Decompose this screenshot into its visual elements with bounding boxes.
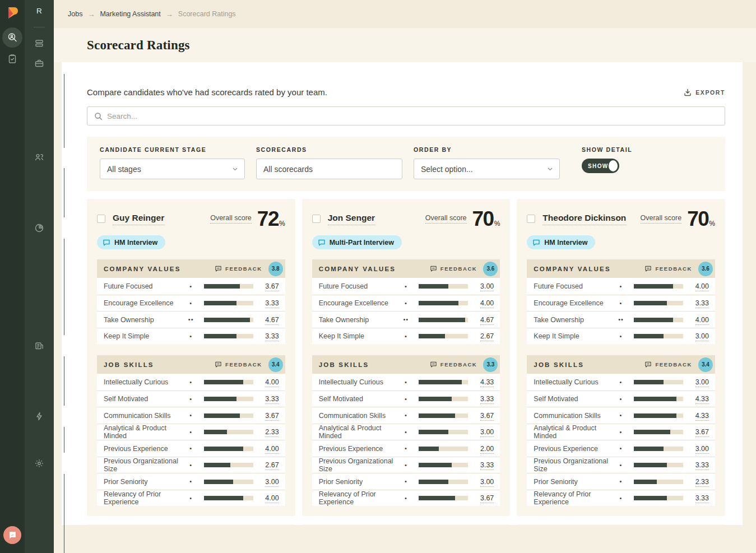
- rating-bar-fill: [419, 413, 455, 418]
- stage-filter-label: CANDIDATE CURRENT STAGE: [100, 146, 245, 153]
- rating-row: Take Ownership •• 4.67: [97, 311, 285, 328]
- rating-row: Self Motivated • 4.33: [527, 391, 715, 407]
- company-building-icon: [34, 341, 44, 351]
- rating-bar: [204, 413, 253, 418]
- feedback-button[interactable]: FEEDBACK: [215, 361, 262, 368]
- section-title: JOB SKILLS: [104, 361, 154, 368]
- toggle-knob: [609, 160, 618, 171]
- stage-select[interactable]: All stages: [100, 159, 245, 179]
- rating-row: Relevancy of Prior Experience • 4.00: [97, 490, 285, 506]
- rater-dots: •: [186, 445, 196, 452]
- workspace-initial[interactable]: R: [25, 7, 54, 15]
- rating-row: Previous Organizational Size • 3.33: [312, 457, 500, 473]
- overall-score-value: 70%: [687, 210, 715, 227]
- reports-nav[interactable]: [34, 223, 44, 233]
- rater-dots: •: [616, 445, 626, 452]
- interview-badge[interactable]: HM Interview: [97, 235, 165, 249]
- rating-row: Intellectually Curious • 3.00: [527, 374, 715, 391]
- rater-dots: •: [186, 478, 196, 485]
- rating-bar-fill: [204, 380, 243, 384]
- rating-bar: [634, 380, 683, 384]
- candidate-name[interactable]: Theodore Dickinson: [542, 213, 626, 225]
- download-icon: [684, 89, 692, 96]
- feedback-button[interactable]: FEEDBACK: [644, 265, 692, 272]
- rater-dots: •: [616, 412, 626, 419]
- rating-value: 2.00: [475, 445, 494, 453]
- candidate-checkbox[interactable]: [527, 215, 535, 223]
- rating-label: Intellectually Curious: [534, 378, 616, 386]
- search-input[interactable]: [107, 112, 718, 120]
- rating-row: Encourage Excellence • 4.00: [312, 295, 500, 312]
- tasks-nav[interactable]: [2, 49, 22, 69]
- pipeline-nav[interactable]: [34, 38, 44, 48]
- rating-bar-fill: [419, 380, 461, 384]
- rating-row: Keep It Simple • 3.33: [97, 328, 285, 345]
- breadcrumb-job-name[interactable]: Marketing Assistant: [100, 10, 160, 18]
- candidate-checkbox[interactable]: [312, 215, 321, 223]
- rating-bar: [634, 413, 683, 418]
- candidate-name[interactable]: Guy Reinger: [113, 213, 164, 225]
- scorecard-section: COMPANY VALUES FEEDBACK 3.6 Future Focus…: [312, 259, 500, 344]
- candidates-nav[interactable]: [34, 152, 44, 162]
- candidate-search-nav[interactable]: [2, 27, 22, 48]
- rater-dots: ••: [401, 317, 411, 323]
- chat-launcher-button[interactable]: [3, 526, 21, 544]
- automations-nav[interactable]: [34, 411, 44, 421]
- scorecards-select[interactable]: All scorecards: [256, 159, 402, 179]
- section-score-badge: 3.4: [268, 357, 283, 372]
- rating-bar-fill: [634, 284, 673, 289]
- feedback-button[interactable]: FEEDBACK: [644, 361, 692, 368]
- breadcrumb-jobs[interactable]: Jobs: [68, 10, 82, 18]
- rating-value: 3.67: [690, 428, 709, 436]
- rating-row: Self Motivated • 3.33: [97, 391, 285, 407]
- rating-label: Analytical & Product Minded: [104, 424, 186, 440]
- company-nav[interactable]: [34, 341, 44, 351]
- show-detail-toggle[interactable]: SHOW: [582, 159, 619, 173]
- rating-value: 3.00: [690, 445, 709, 453]
- order-by-select[interactable]: Select option...: [414, 159, 560, 179]
- rating-label: Future Focused: [104, 282, 186, 290]
- rating-label: Previous Experience: [104, 445, 186, 453]
- candidate-name[interactable]: Jon Senger: [328, 213, 375, 225]
- rating-row: Encourage Excellence • 3.33: [527, 295, 715, 312]
- rating-value: 4.33: [690, 412, 709, 420]
- feedback-button[interactable]: FEEDBACK: [430, 265, 477, 272]
- chat-bubble-icon: [103, 239, 110, 247]
- comment-icon: [215, 361, 222, 368]
- comment-icon: [215, 265, 222, 272]
- rating-row: Previous Organizational Size • 2.67: [97, 457, 285, 473]
- overall-score-label: Overall score: [210, 214, 252, 224]
- rail-connector: [64, 474, 64, 553]
- rating-row: Prior Seniority • 2.33: [527, 473, 715, 490]
- rating-row: Communication Skills • 4.33: [527, 407, 715, 424]
- rating-bar: [419, 284, 468, 289]
- settings-nav[interactable]: [34, 458, 44, 468]
- rating-row: Self Motivated • 3.33: [312, 391, 500, 407]
- interview-badge[interactable]: Multi-Part Interview: [312, 235, 402, 249]
- rating-label: Take Ownership: [319, 316, 401, 324]
- jobs-nav[interactable]: [34, 58, 44, 68]
- chat-bubble-icon: [318, 239, 326, 247]
- section-score-badge: 3.3: [483, 357, 498, 372]
- comment-icon: [644, 361, 652, 368]
- rating-bar-fill: [419, 430, 448, 434]
- feedback-button[interactable]: FEEDBACK: [430, 361, 477, 368]
- rating-bar: [204, 430, 253, 434]
- app-logo[interactable]: [6, 6, 20, 20]
- rating-label: Future Focused: [534, 282, 616, 290]
- feedback-button[interactable]: FEEDBACK: [215, 265, 262, 272]
- rating-bar-fill: [634, 413, 676, 418]
- order-by-filter-label: ORDER BY: [414, 146, 560, 153]
- rating-value: 3.67: [260, 282, 279, 290]
- export-button[interactable]: EXPORT: [684, 89, 725, 96]
- rating-label: Keep It Simple: [534, 332, 616, 340]
- interview-badge[interactable]: HM Interview: [527, 235, 595, 249]
- search-bar[interactable]: [87, 106, 725, 126]
- candidate-checkbox[interactable]: [97, 215, 105, 223]
- chevron-down-icon: [548, 168, 553, 171]
- rating-value: 2.67: [475, 332, 494, 340]
- jobs-briefcase-icon: [34, 58, 44, 68]
- rating-bar: [204, 301, 253, 305]
- rating-bar: [634, 480, 683, 484]
- rating-value: 2.33: [260, 428, 279, 436]
